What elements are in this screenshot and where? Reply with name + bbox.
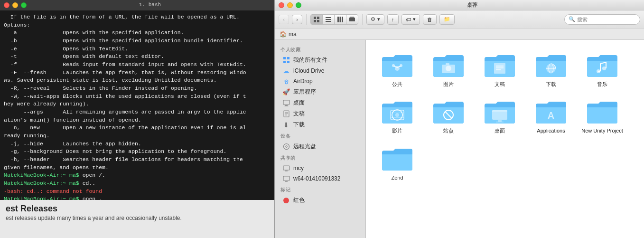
folder-documents[interactable]: 文稿: [476, 48, 523, 90]
sidebar-item-all-files[interactable]: 我的所有文件: [277, 55, 364, 66]
svg-rect-5: [326, 19, 331, 20]
search-input[interactable]: [577, 17, 629, 22]
sidebar-item-label: 下载: [293, 121, 305, 129]
svg-rect-0: [314, 17, 316, 19]
tag-chevron-icon: ▾: [413, 16, 416, 22]
svg-rect-28: [283, 176, 289, 181]
svg-text:A: A: [548, 110, 554, 121]
sidebar-item-apps[interactable]: 🚀 应用程序: [277, 86, 364, 97]
folder-label-zend: Zend: [391, 174, 403, 181]
finder-title: 桌荐: [304, 1, 640, 9]
share-button[interactable]: ↑: [387, 14, 399, 25]
sidebar-item-airdrop[interactable]: AirDrop: [277, 76, 364, 86]
back-button[interactable]: ‹: [279, 15, 289, 24]
view-icon-button[interactable]: [310, 14, 323, 25]
terminal-prompt1: MatekiMacBook-Air:~ ma$: [4, 172, 79, 178]
folder-label-sites: 站点: [443, 127, 454, 134]
sidebar-section-shared: 共享的: [275, 152, 365, 163]
view-list-button[interactable]: [322, 14, 335, 25]
folder-zend[interactable]: Zend: [373, 141, 421, 184]
folder-desktop2[interactable]: 桌面: [476, 94, 523, 137]
svg-rect-26: [283, 166, 289, 170]
sidebar-item-mcy[interactable]: mcy: [277, 163, 364, 173]
monitor-icon-2: [282, 175, 290, 182]
bottom-heading: est Releases: [6, 204, 269, 214]
share-icon: ↑: [392, 17, 394, 22]
svg-point-46: [597, 69, 600, 73]
svg-point-36: [446, 66, 451, 71]
sidebar-item-icloud[interactable]: ☁ iCloud Drive: [277, 66, 364, 76]
folder-applications[interactable]: A Applications: [527, 94, 575, 137]
svg-rect-10: [349, 18, 355, 21]
search-box[interactable]: 🔍: [564, 14, 640, 25]
folder-downloads[interactable]: 下载: [527, 48, 575, 90]
finder-toolbar: ‹ ›: [275, 10, 644, 29]
sidebar-item-w64[interactable]: w64-01410091332: [277, 173, 364, 184]
svg-rect-55: [492, 110, 507, 112]
svg-rect-8: [340, 17, 341, 22]
sidebar-item-label: 红色: [293, 196, 305, 204]
apps-icon: 🚀: [282, 88, 290, 96]
sidebar-item-label: 远程光盘: [293, 143, 316, 151]
folder-icon-applications: A: [534, 97, 568, 125]
red-tag-icon: [282, 197, 290, 204]
finder-body: 个人收藏 我的所有文件 ☁ iCloud Drive: [275, 40, 644, 238]
folder-movies[interactable]: 影片: [373, 94, 421, 137]
view-cover-button[interactable]: [346, 14, 358, 25]
path-bar: 🏠 ma: [275, 29, 644, 40]
svg-rect-14: [283, 61, 286, 63]
view-column-button[interactable]: [334, 14, 346, 25]
folder-label-unity: New Unity Project: [581, 127, 623, 134]
folder-unity[interactable]: New Unity Project: [579, 94, 626, 137]
sidebar-item-desktop[interactable]: 桌面: [277, 97, 364, 108]
sidebar-item-downloads[interactable]: ⬇ 下载: [277, 119, 364, 130]
folder-music[interactable]: 音乐: [579, 48, 626, 90]
tag-button[interactable]: 🏷 ▾: [401, 14, 420, 25]
sidebar-item-docs[interactable]: 文稿: [277, 108, 364, 119]
svg-rect-38: [494, 63, 505, 74]
close-button[interactable]: [4, 2, 9, 8]
folder-label-documents: 文稿: [495, 81, 505, 87]
finder-minimize-button[interactable]: [287, 2, 293, 8]
action-button[interactable]: ⚙ ▾: [366, 14, 384, 25]
folder-label-public: 公共: [392, 81, 402, 87]
svg-rect-1: [317, 17, 319, 19]
desktop-icon: [282, 99, 290, 107]
finder-maximize-button[interactable]: [296, 2, 301, 8]
folder-label-applications: Applications: [537, 127, 565, 134]
terminal-content: If the file is in the form of a URL, the…: [4, 14, 246, 171]
home-icon: 🏠: [280, 31, 287, 38]
svg-rect-56: [498, 120, 502, 122]
finder-main-content: 公共 图片: [366, 40, 644, 238]
svg-point-34: [400, 64, 402, 67]
gear-icon: ⚙: [371, 16, 375, 22]
airdrop-icon: [282, 77, 290, 85]
folder-public[interactable]: 公共: [373, 48, 421, 90]
sidebar-item-label: 应用程序: [293, 88, 316, 96]
svg-rect-3: [317, 20, 319, 22]
svg-rect-15: [287, 61, 289, 63]
all-files-icon: [282, 57, 290, 64]
finder-close-button[interactable]: [279, 2, 284, 8]
svg-rect-9: [342, 17, 343, 22]
terminal-titlebar: 1. bash: [0, 0, 274, 10]
delete-button[interactable]: 🗑: [423, 14, 437, 25]
minimize-button[interactable]: [12, 2, 18, 8]
svg-point-48: [395, 113, 399, 117]
forward-button[interactable]: ›: [292, 15, 302, 24]
bottom-text-section: est Releases est releases update many ti…: [0, 200, 274, 238]
svg-rect-50: [391, 113, 404, 113]
sidebar-item-red-tag[interactable]: 红色: [277, 195, 364, 206]
new-folder-button[interactable]: 📁: [439, 14, 455, 25]
folder-label-pictures: 图片: [443, 81, 454, 87]
svg-point-45: [602, 67, 606, 70]
folder-icon-zend: [380, 144, 414, 172]
maximize-button[interactable]: [21, 2, 27, 8]
folder-icon-public: [380, 50, 414, 79]
folder-sites[interactable]: 站点: [425, 94, 472, 137]
folder-pictures[interactable]: 图片: [425, 48, 472, 90]
sidebar-item-remote-disk[interactable]: 远程光盘: [277, 141, 364, 152]
terminal-prompt2: MatekiMacBook-Air:~ ma$: [4, 180, 79, 186]
sidebar-item-label: w64-01410091332: [293, 175, 340, 182]
sidebar-item-label: iCloud Drive: [293, 67, 324, 74]
